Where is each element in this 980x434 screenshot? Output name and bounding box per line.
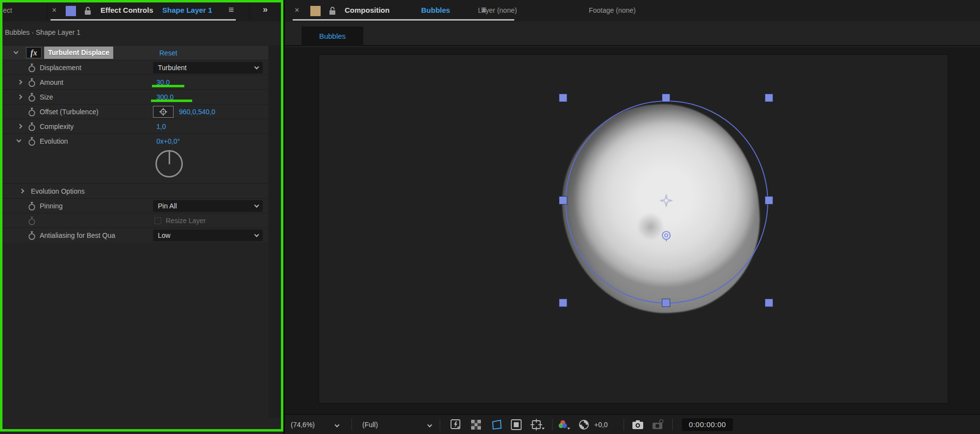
selection-handle[interactable] xyxy=(765,197,773,204)
property-label: Complexity xyxy=(40,119,74,134)
dropdown-value: Low xyxy=(158,230,171,241)
dropdown-value: Pin All xyxy=(158,200,177,212)
zoom-level-dropdown[interactable]: (74,6%) xyxy=(291,415,315,434)
row-amount: Amount 30,0 xyxy=(2,75,268,89)
row-size: Size 300,0 xyxy=(2,89,268,104)
chevron-right-icon[interactable] xyxy=(20,189,25,194)
anchor-point-icon[interactable] xyxy=(658,193,674,208)
panel-title[interactable]: Effect Controls xyxy=(101,6,153,14)
chevron-down-icon[interactable] xyxy=(17,138,22,143)
row-antialiasing: Antialiasing for Best Qua Low xyxy=(2,228,268,242)
chevron-down-icon[interactable] xyxy=(427,423,432,428)
displacement-dropdown[interactable]: Turbulent xyxy=(153,62,263,74)
selection-handle[interactable] xyxy=(662,94,670,102)
panel-target-comp[interactable]: Bubbles xyxy=(421,6,450,14)
antialiasing-dropdown[interactable]: Low xyxy=(153,230,263,241)
pinning-dropdown[interactable]: Pin All xyxy=(153,200,263,212)
region-of-interest-icon[interactable] xyxy=(510,419,523,431)
stopwatch-icon[interactable] xyxy=(28,107,36,117)
tab-separator xyxy=(249,3,250,19)
chevron-right-icon[interactable] xyxy=(18,95,23,100)
composition-viewer[interactable] xyxy=(285,47,980,414)
active-tab-underline xyxy=(50,19,236,21)
fast-previews-icon[interactable] xyxy=(450,419,463,431)
composition-tab-bar: × Composition Bubbles ≡ Layer (none) Foo… xyxy=(285,0,980,22)
stopwatch-icon[interactable] xyxy=(28,137,36,146)
panel-color-swatch[interactable] xyxy=(66,6,76,16)
unlock-icon[interactable] xyxy=(328,5,337,16)
row-resize-layer: Resize Layer xyxy=(2,213,268,228)
viewer-tab-strip: Bubbles xyxy=(285,22,980,46)
toolbar-separator xyxy=(440,419,440,431)
resolution-dropdown[interactable]: (Full) xyxy=(362,415,378,434)
tab-footage[interactable]: Footage (none) xyxy=(589,6,636,14)
property-label: Offset (Turbulence) xyxy=(40,104,99,119)
evolution-value[interactable]: 0x+0,0° xyxy=(156,134,180,149)
offset-value[interactable]: 960,0,540,0 xyxy=(179,104,215,119)
chevron-down-icon[interactable] xyxy=(14,50,19,54)
complexity-value[interactable]: 1,0 xyxy=(156,119,166,134)
timecode-display[interactable]: 0:00:00:00 xyxy=(682,418,733,431)
fx-badge-icon: fx xyxy=(26,47,42,58)
resize-layer-checkbox[interactable] xyxy=(154,217,161,224)
row-evolution: Evolution 0x+0,0° xyxy=(2,133,268,148)
group-label[interactable]: Evolution Options xyxy=(31,184,85,199)
scrollbar-track[interactable] xyxy=(269,45,281,418)
stopwatch-icon xyxy=(28,216,36,226)
mask-visibility-icon[interactable] xyxy=(490,419,503,431)
stopwatch-icon[interactable] xyxy=(28,122,36,131)
effect-name[interactable]: Turbulent Displace xyxy=(44,47,113,59)
amount-value[interactable]: 30,0 xyxy=(156,75,170,90)
chevron-right-icon[interactable] xyxy=(18,124,23,129)
stopwatch-icon[interactable] xyxy=(28,78,36,87)
panel-color-swatch[interactable] xyxy=(310,6,321,16)
active-tab-underline xyxy=(293,19,514,21)
composition-panel: × Composition Bubbles ≡ Layer (none) Foo… xyxy=(285,0,980,434)
size-value[interactable]: 300,0 xyxy=(156,90,174,104)
show-snapshot-icon[interactable] xyxy=(652,419,664,431)
exposure-value[interactable]: +0,0 xyxy=(594,415,608,434)
selection-handle[interactable] xyxy=(559,299,567,306)
show-channels-icon[interactable] xyxy=(557,419,570,431)
selection-handle[interactable] xyxy=(559,197,567,204)
annotation-underline-size xyxy=(151,100,192,102)
stopwatch-icon[interactable] xyxy=(28,63,36,73)
point-picker-button[interactable] xyxy=(153,106,174,118)
panel-target-layer[interactable]: Shape Layer 1 xyxy=(162,6,212,14)
evolution-dial-needle xyxy=(169,152,170,164)
effect-panel-tab-bar: ect × Effect Controls Shape Layer 1 ≡ » xyxy=(0,0,283,22)
close-tab-icon[interactable]: × xyxy=(295,6,299,15)
toolbar-separator xyxy=(352,419,352,431)
stopwatch-icon[interactable] xyxy=(28,93,36,102)
selection-handle[interactable] xyxy=(765,94,773,102)
selection-handle[interactable] xyxy=(662,299,670,306)
chevron-right-icon[interactable] xyxy=(18,80,23,85)
gradient-center-icon[interactable] xyxy=(660,229,673,242)
effect-header-row[interactable]: fx Turbulent Displace Reset xyxy=(2,45,268,60)
viewer-tab-bubbles[interactable]: Bubbles xyxy=(302,26,363,46)
snapshot-camera-icon[interactable] xyxy=(631,419,644,431)
reset-effect-link[interactable]: Reset xyxy=(159,46,177,60)
composition-frame xyxy=(319,55,948,403)
panel-overflow-icon[interactable]: » xyxy=(263,4,268,15)
tab-project-truncated[interactable]: ect xyxy=(3,6,12,14)
panel-title[interactable]: Composition xyxy=(345,6,390,14)
toolbar-separator xyxy=(624,419,624,431)
panel-menu-icon[interactable]: ≡ xyxy=(228,4,234,15)
property-label: Amount xyxy=(40,75,63,90)
selection-handle[interactable] xyxy=(765,299,773,306)
row-pinning: Pinning Pin All xyxy=(2,198,268,213)
selection-handle[interactable] xyxy=(559,94,567,102)
property-label: Antialiasing for Best Qua xyxy=(40,228,115,243)
transparency-grid-icon[interactable] xyxy=(470,419,482,431)
close-tab-icon[interactable]: × xyxy=(52,6,56,15)
toolbar-separator xyxy=(672,419,673,431)
stopwatch-icon[interactable] xyxy=(28,231,36,240)
dropdown-value: Turbulent xyxy=(158,62,187,74)
stopwatch-icon[interactable] xyxy=(28,202,36,211)
grid-guides-icon[interactable] xyxy=(530,419,545,431)
tab-layer[interactable]: Layer (none) xyxy=(478,6,517,14)
unlock-icon[interactable] xyxy=(83,5,92,16)
exposure-icon[interactable] xyxy=(578,419,590,431)
chevron-down-icon[interactable] xyxy=(335,423,340,428)
